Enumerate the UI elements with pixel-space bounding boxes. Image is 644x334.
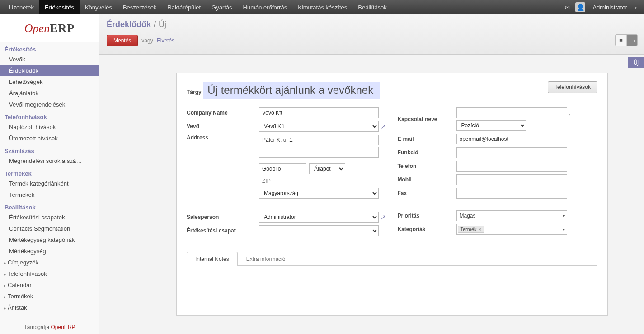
sidebar-footer: Támogatja OpenERP — [0, 320, 99, 334]
sidebar-item[interactable]: Árajánlatok — [0, 88, 99, 99]
status-tag-new[interactable]: Új — [628, 57, 644, 68]
company-name-input[interactable] — [259, 107, 379, 118]
phone-calls-button[interactable]: Telefonhívások — [548, 81, 597, 93]
category-tag[interactable]: Termék ✕ — [458, 226, 484, 233]
salesperson-select[interactable]: Administrator — [259, 212, 379, 223]
logo-open: Open — [24, 22, 50, 35]
tabs: Internal Notes Extra információ — [187, 251, 597, 266]
logo[interactable]: OpenERP — [0, 14, 99, 42]
zip-input[interactable] — [259, 176, 304, 186]
sidebar-item[interactable]: Termékek — [0, 291, 99, 302]
topmenu-item[interactable]: Üzenetek — [4, 0, 39, 14]
street2-input[interactable] — [259, 147, 379, 158]
topmenu-item[interactable]: Könyvelés — [80, 0, 118, 14]
sidebar-item[interactable]: Lehetőségek — [0, 76, 99, 88]
phone-input[interactable] — [456, 161, 567, 172]
email-input[interactable] — [456, 134, 567, 144]
sidebar-item[interactable]: Calendar — [0, 279, 99, 291]
top-menubar: ÜzenetekÉrtékesítésKönyvelésBeszerzésekR… — [0, 0, 644, 14]
address-label: Address — [187, 135, 254, 141]
breadcrumb-root[interactable]: Érdeklődők — [107, 20, 151, 29]
sidebar-item[interactable]: Megrendelési sorok a szá… — [0, 155, 99, 167]
email-label: E-mail — [398, 136, 452, 142]
list-view-icon[interactable]: ≡ — [616, 35, 626, 46]
topmenu-item[interactable]: Beállítások — [353, 0, 392, 14]
title-select[interactable]: Pozíció — [456, 120, 526, 131]
contact-name-input[interactable] — [456, 107, 567, 118]
external-link-icon[interactable]: ↗ — [381, 213, 386, 221]
chevron-down-icon: ▾ — [563, 213, 565, 218]
state-select[interactable]: Állapot — [309, 163, 345, 174]
sidebar-item[interactable]: Contacts Segmentation — [0, 223, 99, 234]
breadcrumb: Érdeklődők / Új — [107, 20, 637, 29]
mobile-label: Mobil — [398, 176, 452, 183]
breadcrumb-current: Új — [159, 20, 166, 29]
save-button[interactable]: Mentés — [107, 35, 138, 46]
topmenu-item[interactable]: Raktárépület — [162, 0, 206, 14]
priority-label: Prioritás — [398, 213, 452, 219]
sidebar-item[interactable]: Ütemezett hívások — [0, 133, 99, 144]
topmenu-item[interactable]: Értékesítés — [39, 0, 80, 14]
status-bar: Új — [99, 55, 644, 73]
contact-name-label: Kapcsolat neve — [398, 116, 452, 122]
topmenu-item[interactable]: Gyártás — [206, 0, 238, 14]
topmenu-item[interactable]: Kimutatás készítés — [292, 0, 353, 14]
sidebar-item[interactable]: Termékek — [0, 189, 99, 200]
sidebar-item[interactable]: Értékesítési csapatok — [0, 212, 99, 223]
view-header: Érdeklődők / Új Mentés vagy Elvetés ≡ ▭ — [99, 14, 644, 55]
street-input[interactable] — [259, 135, 379, 145]
function-label: Funkció — [398, 149, 452, 156]
close-icon[interactable]: ✕ — [478, 227, 482, 232]
sidebar-item[interactable]: Címjegyzék — [0, 257, 99, 268]
customer-select[interactable]: Vevő Kft — [259, 121, 379, 132]
sidebar-section-title: Termékek — [0, 167, 99, 178]
categories-tagbox[interactable]: Termék ✕ ▾ — [456, 224, 567, 235]
categories-label: Kategóriák — [398, 226, 452, 232]
tab-extra-info[interactable]: Extra információ — [238, 252, 294, 266]
country-select[interactable]: Magyarország — [259, 188, 379, 199]
tab-internal-notes[interactable]: Internal Notes — [187, 252, 238, 266]
topmenu-item[interactable]: Beszerzések — [118, 0, 162, 14]
form-sheet: Telefonhívások Tárgy Új termékkört ajánl… — [176, 73, 608, 316]
mobile-input[interactable] — [456, 174, 567, 185]
sidebar-item[interactable]: Telefonhívások — [0, 268, 99, 279]
sidebar-item[interactable]: Árlisták — [0, 302, 99, 313]
subject-label: Tárgy — [187, 89, 202, 95]
main-area: Érdeklődők / Új Mentés vagy Elvetés ≡ ▭ … — [99, 14, 644, 334]
or-separator: vagy — [141, 37, 153, 44]
priority-select[interactable]: Magas ▾ — [456, 210, 567, 221]
function-input[interactable] — [456, 147, 567, 158]
notes-textarea[interactable] — [187, 266, 597, 315]
sidebar-section-title: Számlázás — [0, 144, 99, 155]
mail-icon[interactable]: ✉ — [565, 4, 570, 11]
avatar[interactable]: 👤 — [575, 2, 585, 12]
sidebar-item[interactable]: Mértékegység — [0, 246, 99, 257]
sidebar-item[interactable]: Vevői megrendelések — [0, 99, 99, 110]
subject-field[interactable]: Új termékkört ajánlunk a vevőknek — [203, 82, 380, 99]
external-link-icon[interactable]: ↗ — [381, 123, 386, 130]
sidebar-item[interactable]: Mértékegység kategóriák — [0, 234, 99, 246]
customer-label: Vevő — [187, 123, 254, 130]
sidebar-item[interactable]: Vevők — [0, 54, 99, 65]
form-view-icon[interactable]: ▭ — [626, 35, 637, 46]
sidebar-item[interactable]: Termék kategóriánként — [0, 178, 99, 189]
sales-team-select[interactable] — [259, 225, 379, 236]
menubar-right: ✉ 👤 Administrator ▾ — [565, 2, 640, 12]
city-input[interactable] — [259, 163, 306, 174]
username-label[interactable]: Administrator — [591, 4, 629, 11]
topmenu-item[interactable]: Humán erőforrás — [238, 0, 293, 14]
sidebar-item[interactable]: Naplózott hívások — [0, 121, 99, 133]
phone-label: Telefon — [398, 163, 452, 169]
sidebar-section-title: Beállítások — [0, 200, 99, 212]
sidebar-item[interactable]: Érdeklődők — [0, 65, 99, 76]
fax-label: Fax — [398, 190, 452, 196]
discard-link[interactable]: Elvetés — [157, 37, 174, 44]
salesperson-label: Salesperson — [187, 214, 254, 220]
company-name-label: Company Name — [187, 110, 254, 116]
chevron-down-icon[interactable]: ▾ — [635, 5, 637, 10]
fax-input[interactable] — [456, 188, 567, 199]
footer-brand-link[interactable]: OpenERP — [51, 324, 75, 330]
logo-erp: ERP — [50, 22, 75, 35]
sidebar: OpenERP ÉrtékesítésVevőkÉrdeklődőkLehető… — [0, 14, 99, 334]
sales-team-label: Értékesítési csapat — [187, 227, 254, 234]
